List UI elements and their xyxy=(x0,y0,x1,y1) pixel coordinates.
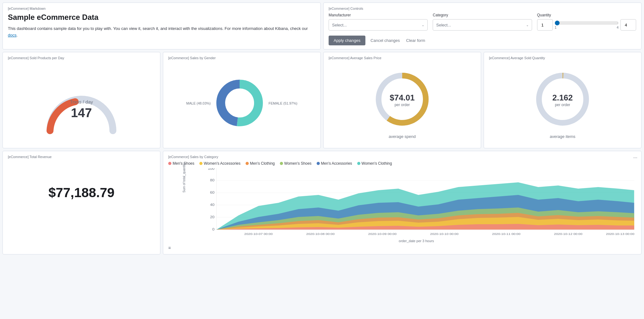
legend-dot xyxy=(280,162,283,165)
avg-sales-price-title: [eCommerce] Average Sales Price xyxy=(329,56,476,60)
svg-text:2020-10-08 00:00: 2020-10-08 00:00 xyxy=(306,232,335,236)
avg-price-sub: per order xyxy=(390,102,415,107)
legend-dot xyxy=(357,162,360,165)
sold-per-day-title: [eCommerce] Sold Products per Day xyxy=(8,56,155,60)
legend-item: Women's Accessories xyxy=(199,161,241,166)
quantity-max-label: 4 xyxy=(617,26,619,29)
avg-price-caption: average spend xyxy=(389,134,416,139)
chart-area-wrap: Sum of total_quantity 0 20 40 60 80 xyxy=(184,168,636,243)
legend-item: Men's Accessories xyxy=(317,161,352,166)
quantity-labels: 1 4 xyxy=(555,26,619,29)
svg-text:2020-10-07 00:00: 2020-10-07 00:00 xyxy=(244,232,273,236)
quantity-min-input[interactable] xyxy=(537,19,553,31)
controls-panel: [eCommerce] Controls Manufacturer Select… xyxy=(323,3,641,49)
category-placeholder: Select... xyxy=(436,23,451,27)
avg-qty-donut-label: 2.162 per order xyxy=(552,93,573,107)
markdown-body: This dashboard contains sample data for … xyxy=(8,26,315,39)
sales-category-chart-container: Sum of total_quantity 0 20 40 60 80 xyxy=(168,168,636,250)
svg-text:20: 20 xyxy=(210,215,214,219)
female-label: FEMALE (51.97%) xyxy=(269,101,297,105)
controls-grid: Manufacturer Select... ⌄ Category Select… xyxy=(329,13,636,31)
legend-label: Women's Clothing xyxy=(362,161,392,166)
total-revenue-title: [eCommerce] Total Revenue xyxy=(8,155,155,159)
legend-item: Men's Clothing xyxy=(246,161,275,166)
svg-text:40: 40 xyxy=(210,203,214,206)
cancel-changes-button[interactable]: Cancel changes xyxy=(369,36,401,45)
legend-label: Women's Shoes xyxy=(284,161,312,166)
category-chevron-icon: ⌄ xyxy=(526,23,529,27)
avg-price-donut: $74.01 per order xyxy=(371,68,434,132)
quantity-control: Quantity 1 4 xyxy=(537,13,636,31)
legend-label: Men's Accessories xyxy=(321,161,352,166)
manufacturer-placeholder: Select... xyxy=(332,23,347,27)
avg-price-chart-area: $74.01 per order average spend xyxy=(329,62,476,144)
markdown-panel: [eCommerce] Markdown Sample eCommerce Da… xyxy=(3,3,321,49)
controls-panel-title: [eCommerce] Controls xyxy=(329,7,636,10)
category-label: Category xyxy=(433,13,532,17)
avg-qty-sub: per order xyxy=(552,102,573,107)
gauge-label: Trxns / day xyxy=(70,99,93,105)
sales-category-panel: ··· [eCommerce] Sales by Category Men's … xyxy=(163,151,641,254)
sales-gender-title: [eCommerce] Sales by Gender xyxy=(168,56,315,60)
avg-qty-chart-area: 2.162 per order average items xyxy=(489,62,636,144)
sales-category-svg: 0 20 40 60 80 100 xyxy=(197,168,636,237)
avg-qty-value: 2.162 xyxy=(552,93,573,102)
manufacturer-label: Manufacturer xyxy=(329,13,428,17)
gauge-value: 147 xyxy=(70,106,93,120)
svg-text:100: 100 xyxy=(208,168,214,170)
legend-label: Men's Clothing xyxy=(250,161,275,166)
options-icon[interactable]: ··· xyxy=(633,155,637,161)
sold-per-day-panel: [eCommerce] Sold Products per Day Trxns … xyxy=(3,52,160,148)
apply-changes-button[interactable]: Apply changes xyxy=(329,36,365,45)
legend-item: Women's Shoes xyxy=(280,161,312,166)
avg-sold-qty-panel: [eCommerce] Average Sold Quantity 2.162 … xyxy=(484,52,641,148)
manufacturer-select[interactable]: Select... ⌄ xyxy=(329,19,428,31)
svg-text:0: 0 xyxy=(212,228,214,231)
clear-form-button[interactable]: Clear form xyxy=(405,36,427,45)
quantity-input-wrap: 1 4 xyxy=(537,19,636,31)
quantity-max-input[interactable] xyxy=(620,19,636,31)
quantity-min-label: 1 xyxy=(555,26,557,29)
x-axis-label: order_date per 3 hours xyxy=(197,239,636,243)
category-control: Category Select... ⌄ xyxy=(433,13,532,31)
legend-item: Men's Shoes xyxy=(168,161,194,166)
legend-dot xyxy=(168,162,171,165)
total-revenue-value: $77,188.79 xyxy=(8,161,155,224)
avg-price-donut-label: $74.01 per order xyxy=(390,93,415,107)
legend-label: Women's Accessories xyxy=(204,161,241,166)
gender-donut-svg xyxy=(214,78,265,128)
svg-text:2020-10-12 00:00: 2020-10-12 00:00 xyxy=(554,232,583,236)
manufacturer-control: Manufacturer Select... ⌄ xyxy=(329,13,428,31)
gauge-wrap: Trxns / day 147 xyxy=(8,62,155,144)
total-revenue-panel: [eCommerce] Total Revenue $77,188.79 xyxy=(3,151,160,254)
controls-actions: Apply changes Cancel changes Clear form xyxy=(329,36,636,45)
sales-gender-panel: [eCommerce] Sales by Gender MALE (48.03%… xyxy=(163,52,321,148)
quantity-label: Quantity xyxy=(537,13,636,17)
gender-donut xyxy=(214,78,265,129)
category-select[interactable]: Select... ⌄ xyxy=(433,19,532,31)
svg-text:2020-10-09 00:00: 2020-10-09 00:00 xyxy=(368,232,397,236)
sales-category-legend: Men's ShoesWomen's AccessoriesMen's Clot… xyxy=(168,161,636,166)
avg-sales-price-panel: [eCommerce] Average Sales Price $74.01 p… xyxy=(323,52,481,148)
avg-qty-donut: 2.162 per order xyxy=(531,68,594,132)
legend-dot xyxy=(317,162,320,165)
markdown-heading: Sample eCommerce Data xyxy=(8,13,315,22)
avg-qty-caption: average items xyxy=(550,134,575,139)
legend-item: Women's Clothing xyxy=(357,161,392,166)
docs-link[interactable]: docs xyxy=(8,33,16,37)
gender-chart-area: MALE (48.03%) FEMALE (51.97%) xyxy=(168,62,315,144)
svg-text:2020-10-13 00:00: 2020-10-13 00:00 xyxy=(606,232,635,236)
quantity-slider[interactable] xyxy=(555,20,619,26)
sales-category-title: [eCommerce] Sales by Category xyxy=(168,155,636,159)
list-icon[interactable]: ≡ xyxy=(168,245,171,250)
svg-text:80: 80 xyxy=(210,179,214,182)
svg-text:2020-10-11 00:00: 2020-10-11 00:00 xyxy=(492,232,521,236)
markdown-panel-title: [eCommerce] Markdown xyxy=(8,7,315,10)
svg-text:60: 60 xyxy=(210,191,214,194)
legend-dot xyxy=(199,162,203,165)
legend-dot xyxy=(246,162,249,165)
avg-sold-qty-title: [eCommerce] Average Sold Quantity xyxy=(489,56,636,60)
male-label: MALE (48.03%) xyxy=(186,101,211,105)
manufacturer-chevron-icon: ⌄ xyxy=(422,23,424,27)
quantity-slider-wrap: 1 4 xyxy=(555,20,619,29)
